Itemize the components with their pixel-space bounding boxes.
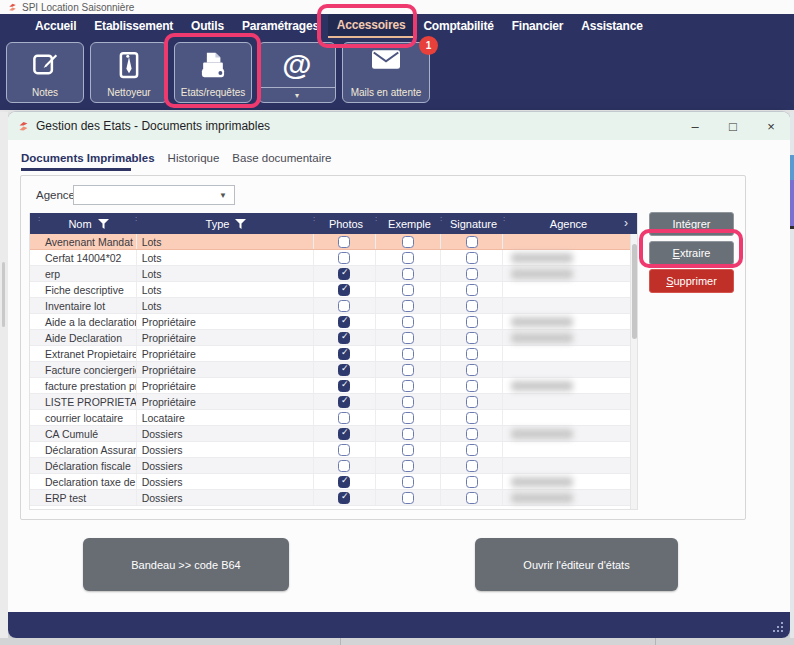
agence-dropdown[interactable]: ▼	[73, 185, 235, 205]
exemple-checkbox[interactable]	[402, 380, 414, 392]
table-row[interactable]: Avenenant Mandat Lots	[30, 234, 630, 250]
signature-checkbox[interactable]	[466, 380, 478, 392]
header-photos[interactable]: Photos	[315, 213, 377, 234]
table-row[interactable]: Aide a la declaration des re Propriétair…	[30, 314, 630, 330]
exemple-checkbox[interactable]	[402, 396, 414, 408]
signature-checkbox[interactable]	[466, 412, 478, 424]
photos-checkbox[interactable]	[338, 412, 350, 424]
signature-checkbox[interactable]	[466, 236, 478, 248]
header-type[interactable]: Type	[137, 213, 315, 234]
menu-item[interactable]: Etablissement	[85, 14, 182, 38]
photos-checkbox[interactable]	[338, 364, 350, 376]
table-scrollbar[interactable]	[630, 234, 637, 509]
notes-button[interactable]: Notes	[6, 42, 84, 103]
table-row[interactable]: erp Lots	[30, 266, 630, 282]
signature-checkbox[interactable]	[466, 252, 478, 264]
signature-checkbox[interactable]	[466, 428, 478, 440]
table-row[interactable]: LISTE PROPRIETAIRE Propriétaire	[30, 394, 630, 410]
signature-checkbox[interactable]	[466, 460, 478, 472]
scrollbar-thumb[interactable]	[632, 244, 637, 339]
exemple-checkbox[interactable]	[402, 252, 414, 264]
signature-checkbox[interactable]	[466, 364, 478, 376]
header-signature[interactable]: Signature	[442, 213, 505, 234]
header-exemple[interactable]: Exemple	[377, 213, 442, 234]
signature-checkbox[interactable]	[466, 300, 478, 312]
table-row[interactable]: Extranet Propietaire Propriétaire	[30, 346, 630, 362]
exemple-checkbox[interactable]	[402, 332, 414, 344]
extraire-button[interactable]: Extraire	[649, 241, 734, 265]
photos-checkbox[interactable]	[338, 460, 350, 472]
signature-checkbox[interactable]	[466, 444, 478, 456]
header-nom[interactable]: Nom	[40, 213, 137, 234]
maximize-button[interactable]: □	[714, 112, 752, 140]
bandeau-b64-button[interactable]: Bandeau >> code B64	[83, 538, 289, 591]
signature-checkbox[interactable]	[466, 316, 478, 328]
signature-checkbox[interactable]	[466, 332, 478, 344]
dialog-titlebar[interactable]: Gestion des Etats - Documents imprimable…	[8, 112, 790, 140]
photos-checkbox[interactable]	[338, 284, 350, 296]
nettoyeur-button[interactable]: Nettoyeur	[90, 42, 168, 103]
header-expand-arrow[interactable]: ›	[624, 216, 628, 230]
etats-requetes-button[interactable]: Etats/requêtes	[174, 42, 252, 103]
exemple-checkbox[interactable]	[402, 428, 414, 440]
photos-checkbox[interactable]	[338, 348, 350, 360]
menu-item[interactable]: Accessoires	[328, 14, 415, 38]
tab[interactable]: Base documentaire	[232, 152, 331, 164]
photos-checkbox[interactable]	[338, 380, 350, 392]
table-row[interactable]: Cerfat 14004*02 Lots	[30, 250, 630, 266]
signature-checkbox[interactable]	[466, 348, 478, 360]
table-row[interactable]: Declaration taxe de séjour Dossiers	[30, 474, 630, 490]
table-row[interactable]: Facture conciergerie Propriétaire	[30, 362, 630, 378]
minimize-button[interactable]: –	[676, 112, 714, 140]
exemple-checkbox[interactable]	[402, 476, 414, 488]
signature-checkbox[interactable]	[466, 268, 478, 280]
exemple-checkbox[interactable]	[402, 284, 414, 296]
email-at-button[interactable]: @ ▾	[258, 42, 336, 103]
menu-item[interactable]: Accueil	[26, 14, 85, 38]
resize-grip-icon[interactable]	[773, 622, 783, 632]
photos-checkbox[interactable]	[338, 396, 350, 408]
photos-checkbox[interactable]	[338, 444, 350, 456]
exemple-checkbox[interactable]	[402, 316, 414, 328]
photos-checkbox[interactable]	[338, 476, 350, 488]
table-row[interactable]: Fiche descriptive Lots	[30, 282, 630, 298]
mails-en-attente-button[interactable]: Mails en attente 1	[342, 42, 430, 103]
integrer-button[interactable]: Intégrer	[649, 212, 734, 236]
menu-item[interactable]: Comptabilité	[414, 14, 502, 38]
photos-checkbox[interactable]	[338, 492, 350, 504]
photos-checkbox[interactable]	[338, 252, 350, 264]
table-row[interactable]: Déclaration fiscale Dossiers	[30, 458, 630, 474]
photos-checkbox[interactable]	[338, 316, 350, 328]
ouvrir-editeur-button[interactable]: Ouvrir l'éditeur d'états	[475, 538, 678, 591]
signature-checkbox[interactable]	[466, 492, 478, 504]
header-agence[interactable]: Agence	[505, 213, 632, 234]
table-row[interactable]: CA Cumulé Dossiers	[30, 426, 630, 442]
exemple-checkbox[interactable]	[402, 300, 414, 312]
filter-icon[interactable]	[235, 219, 246, 229]
photos-checkbox[interactable]	[338, 428, 350, 440]
table-row[interactable]: Déclaration Assurance Dossiers	[30, 442, 630, 458]
menu-item[interactable]: Paramétrages	[233, 14, 328, 38]
table-row[interactable]: courrier locataire Locataire	[30, 410, 630, 426]
exemple-checkbox[interactable]	[402, 412, 414, 424]
table-row[interactable]: Inventaire lot Lots	[30, 298, 630, 314]
exemple-checkbox[interactable]	[402, 364, 414, 376]
tab[interactable]: Historique	[168, 152, 220, 164]
exemple-checkbox[interactable]	[402, 444, 414, 456]
table-row[interactable]: ERP test Dossiers	[30, 490, 630, 506]
signature-checkbox[interactable]	[466, 396, 478, 408]
exemple-checkbox[interactable]	[402, 268, 414, 280]
filter-icon[interactable]	[98, 219, 109, 229]
close-button[interactable]: ×	[752, 112, 790, 140]
signature-checkbox[interactable]	[466, 284, 478, 296]
at-dropdown[interactable]: ▾	[259, 87, 335, 102]
exemple-checkbox[interactable]	[402, 460, 414, 472]
menu-item[interactable]: Assistance	[572, 14, 651, 38]
exemple-checkbox[interactable]	[402, 236, 414, 248]
photos-checkbox[interactable]	[338, 236, 350, 248]
photos-checkbox[interactable]	[338, 268, 350, 280]
table-row[interactable]: facture prestation prop Propriétaire	[30, 378, 630, 394]
supprimer-button[interactable]: Supprimer	[649, 269, 734, 293]
photos-checkbox[interactable]	[338, 332, 350, 344]
exemple-checkbox[interactable]	[402, 348, 414, 360]
